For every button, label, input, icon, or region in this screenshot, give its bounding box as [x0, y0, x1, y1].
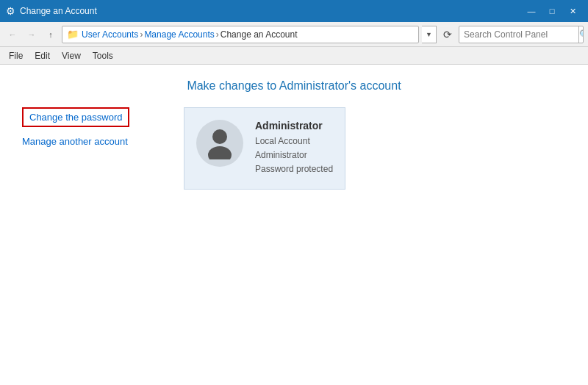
search-input[interactable]	[459, 29, 578, 40]
page-title: Make changes to Administrator's account	[22, 79, 566, 93]
search-icon[interactable]: 🔍	[578, 26, 584, 43]
menu-file[interactable]: File	[3, 49, 29, 62]
menu-tools[interactable]: Tools	[87, 49, 119, 62]
main-content: Make changes to Administrator's account …	[0, 65, 588, 385]
search-box: 🔍	[459, 26, 584, 43]
svg-point-1	[208, 146, 232, 159]
breadcrumb-sep2: ›	[216, 29, 219, 40]
breadcrumb-user-accounts[interactable]: User Accounts	[82, 29, 138, 40]
menu-edit[interactable]: Edit	[29, 49, 56, 62]
menu-bar: File Edit View Tools	[0, 47, 588, 65]
account-detail-3: Password protected	[255, 162, 333, 176]
maximize-button[interactable]: □	[542, 4, 562, 18]
forward-button[interactable]: →	[24, 26, 40, 43]
address-bar: ← → ↑ 📁 User Accounts › Manage Accounts …	[0, 22, 588, 47]
minimize-button[interactable]: —	[522, 4, 541, 18]
account-detail-2: Administrator	[255, 148, 333, 162]
manage-another-link[interactable]: Manage another account	[22, 136, 169, 147]
up-button[interactable]: ↑	[43, 26, 59, 43]
svg-point-0	[212, 129, 227, 144]
change-password-link[interactable]: Change the password	[22, 107, 129, 127]
account-detail-1: Local Account	[255, 134, 333, 148]
breadcrumb-current: Change an Account	[220, 29, 298, 40]
account-info: Administrator Local Account Administrato…	[255, 120, 333, 177]
back-button[interactable]: ←	[4, 26, 21, 43]
app-icon: ⚙	[6, 5, 15, 17]
window-controls: — □ ✕	[522, 4, 582, 18]
title-bar: ⚙ Change an Account — □ ✕	[0, 0, 588, 22]
account-panel: Administrator Local Account Administrato…	[184, 107, 345, 190]
breadcrumb-manage-accounts[interactable]: Manage Accounts	[144, 29, 214, 40]
menu-view[interactable]: View	[56, 49, 87, 62]
left-panel: Change the password Manage another accou…	[22, 107, 169, 190]
account-name: Administrator	[255, 120, 333, 132]
content-area: Change the password Manage another accou…	[22, 107, 566, 190]
address-dropdown[interactable]: ▼	[422, 26, 437, 43]
breadcrumb-sep1: ›	[140, 29, 143, 40]
window-title: Change an Account	[20, 6, 97, 16]
avatar-icon	[205, 127, 234, 159]
close-button[interactable]: ✕	[563, 4, 582, 18]
avatar	[196, 120, 243, 167]
address-path: 📁 User Accounts › Manage Accounts › Chan…	[62, 26, 419, 43]
refresh-button[interactable]: ⟳	[440, 26, 456, 43]
